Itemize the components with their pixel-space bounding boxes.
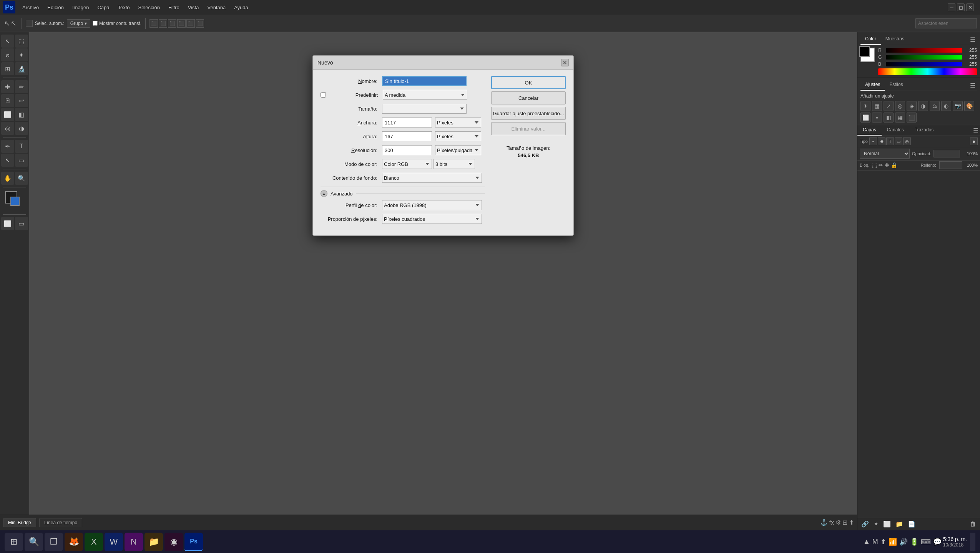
healing-tool[interactable]: ✚ [1, 80, 14, 93]
align-center-h-icon[interactable]: ⬛ [159, 19, 167, 28]
ajuste-posterizar-icon[interactable]: ▪ [872, 113, 882, 123]
filter-pixel-icon[interactable]: ▪ [869, 137, 877, 145]
link-layers-icon[interactable]: 🔗 [860, 520, 870, 528]
ajuste-mapagradiente-icon[interactable]: ▦ [895, 113, 905, 123]
pen-tool[interactable]: ✒ [1, 140, 14, 153]
color-panel-menu-icon[interactable]: ☰ [968, 35, 977, 45]
ajuste-balance-icon[interactable]: ⚖ [930, 101, 940, 111]
tab-trazados[interactable]: Trazados [909, 125, 939, 136]
ajuste-exposicion-icon[interactable]: ◎ [895, 101, 905, 111]
ajuste-invertir-icon[interactable]: ⬜ [860, 113, 870, 123]
menu-filtro[interactable]: Filtro [164, 3, 183, 12]
bottom-expand-icon[interactable]: ⬆ [849, 519, 854, 526]
ok-button[interactable]: OK [491, 76, 566, 89]
predefinir-select[interactable]: A medida Predeterminado de Photoshop Por… [383, 90, 467, 100]
excel-button[interactable]: X [85, 533, 103, 551]
filter-adjust-icon[interactable]: ⊕ [878, 137, 885, 145]
eraser-tool[interactable]: ⬜ [1, 108, 14, 121]
show-desktop-button[interactable] [970, 533, 975, 551]
minimize-btn[interactable]: ─ [948, 3, 955, 11]
delete-layer-icon[interactable]: 🗑 [968, 520, 978, 528]
ajuste-curvas-icon[interactable]: ↗ [884, 101, 894, 111]
close-btn[interactable]: ✕ [966, 3, 974, 11]
menu-seleccion[interactable]: Selección [135, 3, 164, 12]
relleno-slider[interactable] [939, 161, 962, 169]
menu-texto[interactable]: Texto [114, 3, 133, 12]
shape-tool[interactable]: ▭ [15, 154, 28, 167]
filter-smartobj-icon[interactable]: ◎ [903, 137, 911, 145]
magic-wand-tool[interactable]: ✦ [15, 48, 28, 61]
firefox-button[interactable]: 🦊 [65, 533, 83, 551]
predefinir-checkbox[interactable] [321, 92, 326, 98]
filter-type-icon[interactable]: T [886, 137, 894, 145]
menu-ventana[interactable]: Ventana [203, 3, 229, 12]
zoom-tool[interactable]: 🔍 [15, 172, 28, 185]
ajuste-niveles-icon[interactable]: ▦ [872, 101, 882, 111]
menu-capa[interactable]: Capa [93, 3, 113, 12]
blur-tool[interactable]: ◎ [1, 122, 14, 135]
tray-battery-icon[interactable]: 🔋 [910, 538, 919, 546]
proporcion-select[interactable]: Píxeles cuadrados Píxeles no cuadrados [382, 214, 482, 224]
tamano-select[interactable] [382, 104, 467, 114]
tray-gmail-icon[interactable]: M [872, 538, 878, 546]
lock-transparent-icon[interactable]: ⬚ [872, 162, 877, 168]
bottom-fx-icon[interactable]: fx [829, 519, 834, 526]
anchura-unit-select[interactable]: Píxeles Pulgadas Centímetros Milímetros [435, 118, 481, 127]
add-mask-icon[interactable]: ⬜ [882, 520, 892, 528]
color-preview-fg[interactable] [860, 48, 875, 62]
menu-ayuda[interactable]: Ayuda [230, 3, 252, 12]
move-tool[interactable]: ↖ [1, 35, 14, 48]
ajuste-brillo-icon[interactable]: ☀ [860, 101, 870, 111]
add-style-icon[interactable]: ✦ [872, 520, 880, 528]
align-center-v-icon[interactable]: ⬛ [186, 19, 195, 28]
text-tool[interactable]: T [15, 140, 28, 153]
photoshop-taskbar-button[interactable]: Ps [184, 533, 203, 551]
start-button[interactable]: ⊞ [5, 533, 23, 551]
toolbar-shape-icon[interactable] [26, 20, 33, 27]
lock-all-icon[interactable]: 🔒 [891, 162, 897, 168]
align-right-icon[interactable]: ⬛ [168, 19, 176, 28]
align-left-icon[interactable]: ⬛ [149, 19, 158, 28]
explorer-button[interactable]: 📁 [145, 533, 163, 551]
modo-color-select[interactable]: Color RGB CMYK Escala de grises [382, 159, 432, 169]
tab-capas[interactable]: Capas [857, 125, 882, 136]
search-button[interactable]: 🔍 [25, 533, 43, 551]
align-top-icon[interactable]: ⬛ [177, 19, 186, 28]
screen-mode-tool[interactable]: ▭ [15, 217, 28, 230]
resolucion-input[interactable] [382, 145, 432, 155]
altura-input[interactable] [382, 131, 432, 141]
lock-image-icon[interactable]: ✏ [879, 162, 883, 168]
menu-archivo[interactable]: Archivo [18, 3, 43, 12]
anchura-input[interactable] [382, 118, 432, 127]
chrome-button[interactable]: ◉ [164, 533, 183, 551]
dialog-close-button[interactable]: ✕ [561, 59, 569, 66]
guardar-ajuste-button[interactable]: Guardar ajuste preestablecido... [491, 107, 566, 120]
hand-tool[interactable]: ✋ [1, 172, 14, 185]
r-slider[interactable] [886, 48, 962, 53]
ajuste-colorselectivo-icon[interactable]: ⬛ [907, 113, 917, 123]
dodge-tool[interactable]: ◑ [15, 122, 28, 135]
ajuste-hsb-icon[interactable]: ◑ [918, 101, 928, 111]
tray-notification-icon[interactable]: 💬 [933, 538, 942, 546]
stamp-tool[interactable]: ⎘ [1, 94, 14, 107]
advanced-toggle[interactable]: ▲ [321, 190, 327, 197]
quick-mask-tool[interactable]: ⬜ [1, 217, 14, 230]
altura-unit-select[interactable]: Píxeles Pulgadas Centímetros Milímetros [435, 131, 481, 141]
word-button[interactable]: W [105, 533, 123, 551]
menu-edicion[interactable]: Edición [43, 3, 68, 12]
tool-selector[interactable]: ↖ ↖ [3, 17, 18, 30]
new-layer-icon[interactable]: 📄 [906, 520, 917, 528]
tray-wifi-icon[interactable]: 📶 [889, 538, 897, 546]
brush-tool[interactable]: ✏ [15, 80, 28, 93]
tray-upload-icon[interactable]: ⬆ [880, 538, 886, 546]
ajuste-fotos-icon[interactable]: 📷 [953, 101, 963, 111]
tab-muestras[interactable]: Muestras [881, 35, 909, 45]
bottom-settings-icon[interactable]: ⚙ [835, 519, 841, 526]
aspects-search[interactable] [915, 18, 977, 28]
tab-estilos[interactable]: Estilos [885, 80, 907, 91]
tab-mini-bridge[interactable]: Mini Bridge [3, 518, 36, 527]
b-slider[interactable] [886, 62, 962, 66]
cancelar-button[interactable]: Cancelar [491, 91, 566, 104]
filter-shape-icon[interactable]: ▭ [895, 137, 902, 145]
tab-linea-tiempo[interactable]: Línea de tiempo [39, 518, 82, 527]
